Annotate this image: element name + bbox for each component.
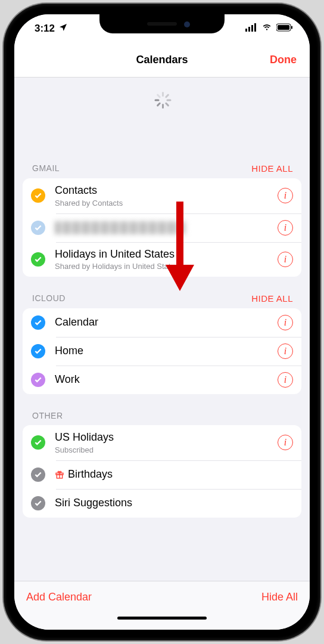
info-button[interactable]: i [278,372,293,388]
calendar-row-home[interactable]: Home i [23,337,301,366]
cellular-icon [245,23,257,35]
screen-frame: 3:12 [14,14,310,630]
calendar-row-redacted[interactable]: i [23,213,301,242]
calendar-subtitle: Shared by Holidays in United States [55,262,273,271]
checkmark-icon[interactable] [31,252,45,267]
section-header-gmail: GMAIL HIDE ALL [14,112,310,178]
calendar-row-calendar[interactable]: Calendar i [23,308,301,337]
add-calendar-button[interactable]: Add Calendar [26,591,92,603]
svg-rect-6 [291,26,292,29]
svg-rect-2 [251,25,253,32]
calendar-row-siri[interactable]: Siri Suggestions [23,489,301,518]
bottom-toolbar: Add Calendar Hide All [14,581,310,613]
redacted-text [55,221,186,234]
calendar-row-us-holidays[interactable]: US Holidays Subscribed i [23,425,301,460]
calendar-title: Contacts [55,184,273,197]
svg-rect-3 [254,23,256,32]
status-time: 3:12 [35,23,55,35]
section-header-icloud: ICLOUD HIDE ALL [14,277,310,308]
checkmark-icon[interactable] [31,221,45,235]
content-scroll[interactable]: GMAIL HIDE ALL Contacts Shared by Contac… [14,78,310,581]
section-header-other: OTHER [14,394,310,425]
checkmark-icon[interactable] [31,373,45,387]
gift-icon [55,470,64,479]
info-button[interactable]: i [278,220,293,236]
checkmark-icon[interactable] [31,344,45,358]
hide-all-gmail-button[interactable]: HIDE ALL [251,163,293,174]
calendar-row-contacts[interactable]: Contacts Shared by Contacts i [23,178,301,213]
home-indicator[interactable] [14,613,310,630]
calendar-row-work[interactable]: Work i [23,366,301,394]
hide-all-icloud-button[interactable]: HIDE ALL [251,293,293,304]
nav-bar: Calendars Done [14,43,310,78]
refresh-spinner [14,78,310,112]
calendar-title-text: Birthdays [68,468,113,481]
checkmark-icon[interactable] [31,315,45,330]
section-title: OTHER [32,411,63,420]
calendar-subtitle: Subscribed [55,445,273,454]
info-button[interactable]: i [278,435,293,450]
page-title: Calendars [136,54,188,66]
calendar-row-birthdays[interactable]: Birthdays [23,460,301,489]
done-button[interactable]: Done [270,54,297,66]
section-card-icloud: Calendar i Home i Work [23,308,301,394]
section-card-gmail: Contacts Shared by Contacts i i [23,178,301,277]
notch [99,14,225,33]
hide-all-button[interactable]: Hide All [261,591,298,603]
section-title: GMAIL [32,163,60,174]
info-button[interactable]: i [278,315,293,330]
phone-frame: 3:12 [4,4,320,640]
battery-icon [276,23,293,35]
svg-rect-1 [248,27,250,32]
section-card-other: US Holidays Subscribed i [23,425,301,518]
calendar-title: US Holidays [55,431,273,444]
wifi-icon [261,23,273,35]
screen: 3:12 [14,14,310,630]
calendar-title: Holidays in United States [55,248,273,261]
calendar-title: Work [55,373,273,386]
location-icon [58,23,68,35]
spinner-icon [154,92,170,109]
calendar-title: Calendar [55,316,273,329]
calendar-subtitle: Shared by Contacts [55,199,273,208]
info-button[interactable]: i [278,188,293,203]
checkmark-icon[interactable] [31,467,45,482]
checkmark-icon[interactable] [31,188,45,203]
info-button[interactable]: i [278,252,293,267]
svg-rect-0 [245,29,247,32]
calendar-title: Home [55,345,273,358]
calendar-title: Siri Suggestions [55,497,293,510]
checkmark-icon[interactable] [31,496,45,510]
section-title: ICLOUD [32,293,66,304]
calendar-row-holidays-us[interactable]: Holidays in United States Shared by Holi… [23,242,301,277]
calendar-title: Birthdays [55,468,293,481]
checkmark-icon[interactable] [31,435,45,450]
svg-rect-5 [278,25,289,30]
info-button[interactable]: i [278,343,293,359]
